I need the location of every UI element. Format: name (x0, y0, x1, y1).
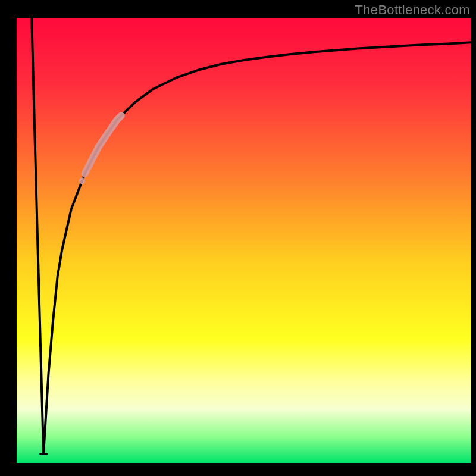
chart-stage: TheBottleneck.com (0, 0, 476, 476)
watermark-text: TheBottleneck.com (355, 2, 470, 18)
plot-area (17, 18, 471, 463)
bottleneck-chart (0, 0, 476, 476)
curve-highlight-dot (79, 177, 86, 184)
